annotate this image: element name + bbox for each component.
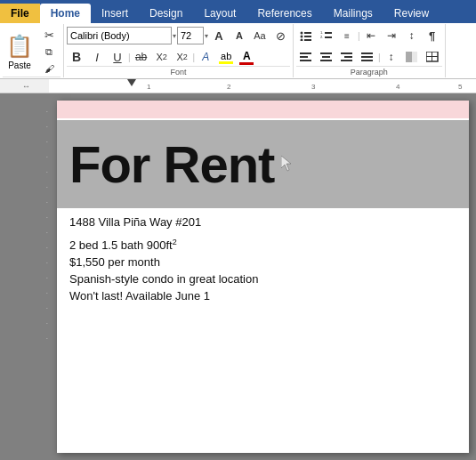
font-color-bar bbox=[239, 62, 254, 65]
highlight-color-bar bbox=[219, 61, 233, 64]
details3-line: Spanish-style condo in great location bbox=[69, 272, 456, 286]
margin-mark-16: · bbox=[46, 335, 48, 343]
svg-rect-19 bbox=[361, 52, 373, 54]
divider4: | bbox=[378, 52, 381, 62]
show-marks-button[interactable]: ¶ bbox=[423, 27, 442, 44]
clipboard-secondary: ✂ ⧉ 🖌 bbox=[37, 27, 61, 77]
numbering-button[interactable]: 1. 2. bbox=[317, 27, 336, 44]
multilevel-list-button[interactable]: ≡ bbox=[337, 27, 357, 44]
font-size-input[interactable] bbox=[177, 27, 204, 44]
borders-icon bbox=[426, 52, 439, 62]
svg-rect-1 bbox=[304, 32, 311, 34]
tab-layout[interactable]: Layout bbox=[193, 4, 246, 23]
paragraph-content: 1. 2. ≡ | ⇤ ⇥ ↕ ¶ bbox=[296, 27, 442, 66]
decrease-font-button[interactable]: A bbox=[230, 27, 249, 44]
paste-button[interactable]: 📋 Paste bbox=[3, 32, 36, 71]
superscript-button[interactable]: X2 bbox=[173, 48, 192, 66]
for-rent-section: For Rent bbox=[57, 120, 469, 208]
sort-button[interactable]: ↕ bbox=[402, 27, 422, 44]
tab-file[interactable]: File bbox=[0, 4, 40, 23]
cut-button[interactable]: ✂ bbox=[37, 27, 61, 43]
svg-rect-9 bbox=[325, 36, 332, 38]
tab-home[interactable]: Home bbox=[40, 4, 91, 23]
margin-mark-7: · bbox=[46, 198, 48, 206]
text-effects-button[interactable]: A bbox=[196, 48, 215, 66]
svg-rect-7 bbox=[325, 32, 332, 34]
italic-button[interactable]: I bbox=[87, 48, 107, 66]
margin-mark-1: · bbox=[46, 108, 48, 116]
margin-mark-11: · bbox=[46, 259, 48, 267]
bullets-icon bbox=[300, 30, 312, 41]
margin-mark-3: · bbox=[46, 138, 48, 146]
paragraph-label: Paragraph bbox=[296, 66, 442, 78]
svg-rect-17 bbox=[344, 56, 352, 58]
font-label: Font bbox=[67, 66, 290, 78]
justify-button[interactable] bbox=[358, 48, 377, 66]
font-name-input[interactable] bbox=[67, 27, 172, 44]
doc-area[interactable]: For Rent 1488 Villa Piña Way #201 2 bed … bbox=[50, 93, 476, 460]
bullets-button[interactable] bbox=[296, 27, 316, 44]
align-left-icon bbox=[300, 52, 312, 62]
bold-button[interactable]: B bbox=[67, 48, 86, 66]
justify-icon bbox=[361, 52, 374, 62]
align-center-button[interactable] bbox=[317, 48, 336, 66]
change-case-button[interactable]: Aa bbox=[250, 27, 270, 44]
svg-rect-10 bbox=[300, 52, 311, 54]
margin-mark-6: · bbox=[46, 183, 48, 191]
svg-rect-16 bbox=[341, 52, 352, 54]
numbering-icon: 1. 2. bbox=[320, 30, 333, 41]
increase-indent-button[interactable]: ⇥ bbox=[382, 27, 401, 44]
clipboard-group: 📋 Paste ✂ ⧉ 🖌 Cl bbox=[0, 24, 64, 77]
tab-review[interactable]: Review bbox=[383, 4, 440, 23]
doc-body[interactable]: 1488 Villa Piña Way #201 2 bed 1.5 bath … bbox=[57, 208, 469, 313]
content-area: · · · · · · · · · · · · · · · · bbox=[0, 93, 476, 460]
tab-mailings[interactable]: Mailings bbox=[323, 4, 383, 23]
tab-references[interactable]: References bbox=[246, 4, 322, 23]
address-line: 1488 Villa Piña Way #201 bbox=[69, 215, 456, 229]
strikethrough-button[interactable]: ab bbox=[132, 48, 151, 66]
paste-icon: 📋 bbox=[6, 34, 33, 59]
svg-rect-3 bbox=[304, 36, 311, 37]
line-spacing-button[interactable]: ↕ bbox=[382, 48, 401, 66]
highlight-button[interactable]: ab bbox=[216, 50, 236, 65]
ruler-num-3: 3 bbox=[311, 83, 315, 91]
svg-rect-21 bbox=[361, 60, 373, 61]
font-color-icon: A bbox=[243, 50, 251, 62]
borders-button[interactable] bbox=[423, 48, 442, 66]
divider1: | bbox=[128, 52, 131, 62]
underline-button[interactable]: U bbox=[108, 48, 127, 66]
margin-mark-9: · bbox=[46, 229, 48, 237]
copy-button[interactable]: ⧉ bbox=[37, 44, 61, 60]
svg-rect-11 bbox=[300, 56, 308, 58]
ruler-num-4: 4 bbox=[396, 83, 399, 91]
font-name-dropdown-icon[interactable]: ▾ bbox=[173, 32, 176, 40]
decrease-indent-button[interactable]: ⇤ bbox=[361, 27, 381, 44]
align-left-button[interactable] bbox=[296, 48, 316, 66]
ruler[interactable]: ↔ 1 2 3 4 5 bbox=[0, 79, 476, 93]
tab-design[interactable]: Design bbox=[139, 4, 193, 23]
clear-format-button[interactable]: ⊘ bbox=[270, 27, 290, 44]
cut-icon: ✂ bbox=[44, 28, 54, 42]
highlight-bar bbox=[57, 101, 469, 118]
margin-mark-4: · bbox=[46, 153, 48, 161]
svg-rect-5 bbox=[304, 39, 311, 41]
details1-line: 2 bed 1.5 bath 900ft2 bbox=[69, 238, 456, 252]
subscript-button[interactable]: X2 bbox=[152, 48, 172, 66]
margin-mark-10: · bbox=[46, 244, 48, 252]
svg-rect-13 bbox=[320, 52, 332, 54]
font-size-dropdown-icon[interactable]: ▾ bbox=[205, 32, 208, 40]
ruler-marker bbox=[127, 79, 136, 86]
align-right-button[interactable] bbox=[337, 48, 357, 66]
increase-font-button[interactable]: A bbox=[209, 27, 229, 44]
align-right-icon bbox=[341, 52, 353, 62]
font-color-button[interactable]: A bbox=[237, 49, 256, 66]
format-painter-button[interactable]: 🖌 bbox=[37, 61, 61, 77]
tab-bar: File Home Insert Design Layout Reference… bbox=[0, 0, 476, 23]
svg-point-2 bbox=[301, 36, 303, 38]
ruler-left: ↔ bbox=[2, 79, 51, 93]
svg-rect-18 bbox=[341, 60, 352, 61]
tab-insert[interactable]: Insert bbox=[91, 4, 139, 23]
ruler-num-2: 2 bbox=[227, 83, 230, 91]
shading-button[interactable] bbox=[402, 48, 422, 66]
svg-rect-12 bbox=[300, 60, 311, 61]
